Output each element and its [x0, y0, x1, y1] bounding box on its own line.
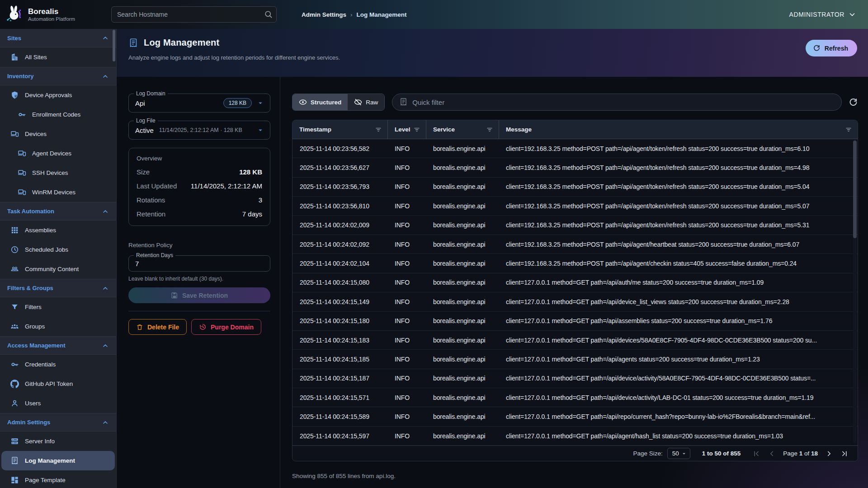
- brand-text: Borealis Automation Platform: [28, 7, 75, 22]
- sidebar-section-access-management[interactable]: Access Management: [0, 336, 116, 355]
- sidebar-item-winrm-devices[interactable]: WinRM Devices: [1, 183, 115, 202]
- sidebar-item-community-content[interactable]: Community Content: [1, 259, 115, 279]
- column-header-service[interactable]: Service: [426, 120, 499, 139]
- log-row[interactable]: 2025-11-14 00:24:15,183INFOborealis.engi…: [292, 331, 858, 350]
- message-cell: client=192.168.3.25 method=POST path=/ap…: [499, 254, 858, 272]
- timestamp-cell: 2025-11-14 00:24:15,183: [292, 331, 387, 349]
- page-size-label: Page Size:: [633, 450, 662, 457]
- sidebar-section-sites[interactable]: Sites: [0, 29, 116, 47]
- sidebar-section-filters-groups[interactable]: Filters & Groups: [0, 279, 116, 297]
- log-row[interactable]: 2025-11-14 00:24:15,571INFOborealis.engi…: [292, 388, 858, 407]
- log-row[interactable]: 2025-11-14 00:24:02,104INFOborealis.engi…: [292, 254, 858, 273]
- service-cell: borealis.engine.api: [426, 178, 499, 196]
- retention-days-input[interactable]: [135, 260, 264, 267]
- first-page-button[interactable]: [752, 450, 760, 458]
- breadcrumb-admin-settings[interactable]: Admin Settings: [302, 11, 346, 18]
- sidebar-item-credentials[interactable]: Credentials: [1, 355, 115, 374]
- line-count-footnote: Showing 855 of 855 lines from api.log.: [292, 473, 858, 479]
- save-retention-button[interactable]: Save Retention: [128, 287, 270, 303]
- sidebar-section-admin-settings[interactable]: Admin Settings: [0, 413, 116, 432]
- service-cell: borealis.engine.api: [426, 235, 499, 253]
- column-header-level[interactable]: Level: [387, 120, 426, 139]
- eye-icon: [299, 98, 307, 106]
- log-row[interactable]: 2025-11-14 00:24:15,080INFOborealis.engi…: [292, 273, 858, 292]
- raw-toggle[interactable]: Raw: [348, 94, 384, 110]
- sidebar-item-enrollment-codes[interactable]: Enrollment Codes: [1, 105, 115, 124]
- log-row[interactable]: 2025-11-14 00:24:15,180INFOborealis.engi…: [292, 312, 858, 331]
- table-scrollbar-thumb[interactable]: [853, 141, 857, 238]
- log-row[interactable]: 2025-11-14 00:24:15,187INFOborealis.engi…: [292, 369, 858, 388]
- server-icon: [10, 437, 19, 446]
- caret-down-icon: [256, 126, 264, 134]
- sidebar-item-github-api-token[interactable]: GitHub API Token: [1, 374, 115, 394]
- sidebar-item-log-management[interactable]: Log Management: [1, 451, 115, 470]
- log-domain-size-chip: 128 KB: [223, 98, 252, 108]
- log-row[interactable]: 2025-11-14 00:23:56,793INFOborealis.engi…: [292, 178, 858, 197]
- sidebar-section-inventory[interactable]: Inventory: [0, 67, 116, 85]
- log-row[interactable]: 2025-11-14 00:24:15,589INFOborealis.engi…: [292, 407, 858, 426]
- timestamp-cell: 2025-11-14 00:23:56,810: [292, 197, 387, 215]
- timestamp-cell: 2025-11-14 00:23:56,627: [292, 158, 387, 177]
- filter-icon[interactable]: [845, 126, 852, 133]
- filter-icon[interactable]: [375, 126, 382, 133]
- overview-row-rotations: Rotations3: [137, 196, 262, 204]
- page-size-select[interactable]: 50: [667, 448, 690, 459]
- prev-page-button[interactable]: [768, 450, 776, 458]
- timestamp-cell: 2025-11-14 00:24:02,104: [292, 254, 387, 272]
- log-file-select[interactable]: Log File Active 11/14/2025, 2:12:12 AM ·…: [128, 121, 270, 140]
- level-cell: INFO: [387, 273, 426, 292]
- sidebar-item-all-sites[interactable]: All Sites: [1, 47, 115, 67]
- caret-down-icon: [256, 99, 264, 107]
- sidebar-item-device-approvals[interactable]: Device Approvals: [1, 85, 115, 105]
- sidebar-section-task-automation[interactable]: Task Automation: [0, 202, 116, 221]
- pagination-bar: Page Size: 50 1 to 50 of 855: [292, 446, 858, 461]
- sidebar-item-devices[interactable]: Devices: [1, 124, 115, 144]
- sidebar-item-filters[interactable]: Filters: [1, 297, 115, 317]
- level-cell: INFO: [387, 331, 426, 349]
- log-row[interactable]: 2025-11-14 00:24:15,149INFOborealis.engi…: [292, 292, 858, 311]
- log-domain-select[interactable]: Log Domain Api 128 KB: [128, 94, 270, 113]
- people-icon: [10, 265, 19, 273]
- column-header-timestamp[interactable]: Timestamp: [292, 120, 387, 139]
- user-menu[interactable]: ADMINISTRATOR: [789, 10, 856, 19]
- quick-filter-input[interactable]: [392, 94, 842, 111]
- log-row[interactable]: 2025-11-14 00:24:15,597INFOborealis.engi…: [292, 427, 858, 446]
- log-row[interactable]: 2025-11-14 00:24:02,092INFOborealis.engi…: [292, 235, 858, 254]
- log-row[interactable]: 2025-11-14 00:24:02,009INFOborealis.engi…: [292, 216, 858, 235]
- message-cell: client=127.0.0.1 method=GET path=/api/de…: [499, 388, 858, 407]
- sidebar-item-scheduled-jobs[interactable]: Scheduled Jobs: [1, 240, 115, 259]
- sidebar-item-users[interactable]: Users: [1, 394, 115, 413]
- log-file-meta: 11/14/2025, 2:12:12 AM · 128 KB: [159, 127, 242, 133]
- log-row[interactable]: 2025-11-14 00:23:56,582INFOborealis.engi…: [292, 139, 858, 158]
- sidebar-item-server-info[interactable]: Server Info: [1, 432, 115, 451]
- log-row[interactable]: 2025-11-14 00:23:56,627INFOborealis.engi…: [292, 158, 858, 177]
- timestamp-cell: 2025-11-14 00:24:15,149: [292, 292, 387, 311]
- table-scrollbar[interactable]: [853, 140, 857, 443]
- log-row[interactable]: 2025-11-14 00:24:15,185INFOborealis.engi…: [292, 350, 858, 369]
- refresh-button[interactable]: Refresh: [806, 40, 857, 56]
- filter-icon[interactable]: [413, 126, 420, 133]
- column-header-message[interactable]: Message: [499, 120, 858, 139]
- sidebar-item-assemblies[interactable]: Assemblies: [1, 221, 115, 240]
- message-cell: client=192.168.3.25 method=POST path=/ap…: [499, 178, 858, 196]
- sidebar-item-ssh-devices[interactable]: SSH Devices: [1, 163, 115, 183]
- service-cell: borealis.engine.api: [426, 331, 499, 349]
- purge-domain-button[interactable]: Purge Domain: [191, 319, 261, 335]
- message-cell: client=127.0.0.1 method=GET path=/api/de…: [499, 292, 858, 311]
- filter-icon[interactable]: [486, 126, 493, 133]
- last-page-button[interactable]: [840, 450, 849, 458]
- next-page-button[interactable]: [825, 450, 833, 458]
- sidebar-scrollbar[interactable]: [113, 30, 115, 61]
- structured-toggle[interactable]: Structured: [292, 94, 348, 110]
- service-cell: borealis.engine.api: [426, 216, 499, 235]
- key-icon: [10, 360, 19, 369]
- building-icon: [10, 53, 19, 61]
- key-icon: [18, 110, 26, 119]
- hostname-search-input[interactable]: [111, 6, 277, 23]
- sidebar-item-groups[interactable]: Groups: [1, 317, 115, 336]
- sidebar-item-agent-devices[interactable]: Agent Devices: [1, 144, 115, 163]
- table-refresh-icon[interactable]: [849, 98, 858, 107]
- log-row[interactable]: 2025-11-14 00:23:56,810INFOborealis.engi…: [292, 197, 858, 216]
- sidebar-item-page-template[interactable]: Page Template: [1, 470, 115, 488]
- delete-file-button[interactable]: Delete File: [128, 319, 187, 335]
